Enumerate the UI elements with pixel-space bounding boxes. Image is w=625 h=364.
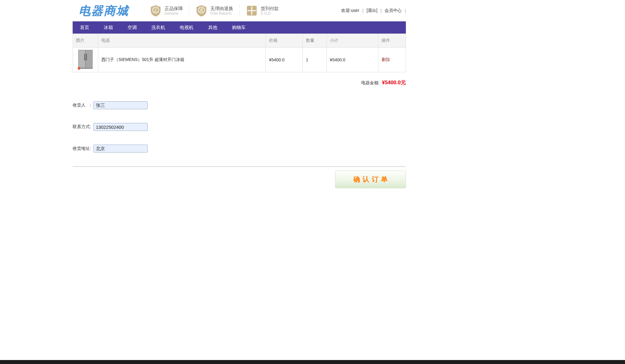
col-header-price: 价格 xyxy=(266,34,303,48)
badge-genuine: 正 正品保障 Genuine xyxy=(143,5,189,17)
badge-text: 无理由退换 Free Returns xyxy=(210,6,233,16)
nav-item-aircon[interactable]: 空调 xyxy=(120,21,144,34)
genuine-shield-icon: 正 xyxy=(150,5,162,17)
address-label: 收货地址: xyxy=(73,146,93,151)
nav-item-fridge[interactable]: 冰箱 xyxy=(96,21,120,34)
product-quantity: 1 xyxy=(303,48,327,72)
separator: | xyxy=(362,8,363,13)
shipping-form: 收货人 : 联系方式: 收货地址: xyxy=(73,101,406,153)
separator: | xyxy=(405,8,406,13)
cart-table: 图片 电器 价格 数量 小计 操作 xyxy=(73,34,406,72)
nav-item-washer[interactable]: 洗衣机 xyxy=(144,21,172,34)
col-header-product: 电器 xyxy=(98,34,266,48)
svg-text:正: 正 xyxy=(154,8,158,13)
cart-table-header-row: 图片 电器 价格 数量 小计 操作 xyxy=(73,34,406,48)
recipient-input[interactable] xyxy=(93,101,148,109)
separator: | xyxy=(381,8,382,13)
page-container: 电器商城 正 正品保障 Genuine 退 xyxy=(73,0,406,188)
badge-text: 正品保障 Genuine xyxy=(164,6,183,16)
form-row-recipient: 收货人 : xyxy=(73,101,406,109)
product-subtotal: ¥5400.0 xyxy=(327,48,378,72)
col-header-action: 操作 xyxy=(378,34,406,48)
product-image[interactable] xyxy=(76,49,95,70)
form-row-address: 收货地址: xyxy=(73,145,406,153)
trust-badges: 正 正品保障 Genuine 退 无理由退换 Free Returns xyxy=(143,5,285,17)
address-input[interactable] xyxy=(93,145,148,153)
product-price: ¥5400.0 xyxy=(266,48,303,72)
cod-parcel-icon xyxy=(246,5,258,17)
phone-input[interactable] xyxy=(93,123,148,131)
user-bar: 欢迎:user | [退出] | 会员中心 | xyxy=(341,8,406,13)
divider xyxy=(73,166,406,167)
badge-subtitle: Genuine xyxy=(164,11,183,16)
product-action-cell: 删除 xyxy=(378,48,406,72)
badge-subtitle: C.O.D xyxy=(261,11,279,16)
order-summary: 电器金额: ¥5400.0元 xyxy=(73,72,406,92)
bottom-edge-bar xyxy=(0,360,625,364)
phone-label: 联系方式: xyxy=(73,124,93,130)
product-image-cell xyxy=(73,48,98,72)
member-center-link[interactable]: 会员中心 xyxy=(385,8,402,13)
site-header: 电器商城 正 正品保障 Genuine 退 xyxy=(73,0,406,21)
form-row-phone: 联系方式: xyxy=(73,123,406,131)
badge-title: 正品保障 xyxy=(164,6,183,11)
recipient-label: 收货人 : xyxy=(73,103,93,108)
confirm-order-button[interactable]: 确认订单 xyxy=(335,171,406,188)
badge-cod: 货到付款 C.O.D xyxy=(239,5,285,17)
nav-item-home[interactable]: 首页 xyxy=(73,21,96,34)
product-name: 西门子（SIEMENS）501升 超薄对开门冰箱 xyxy=(98,48,266,72)
badge-title: 货到付款 xyxy=(261,6,279,11)
col-header-quantity: 数量 xyxy=(303,34,327,48)
nav-item-other[interactable]: 其他 xyxy=(201,21,225,34)
free-returns-shield-icon: 退 xyxy=(195,5,208,17)
site-logo[interactable]: 电器商城 xyxy=(79,3,129,19)
button-row: 确认订单 xyxy=(73,171,406,188)
badge-title: 无理由退换 xyxy=(210,6,233,11)
cart-row: 西门子（SIEMENS）501升 超薄对开门冰箱 ¥5400.0 1 ¥5400… xyxy=(73,48,406,72)
col-header-subtotal: 小计 xyxy=(327,34,378,48)
nav-item-tv[interactable]: 电视机 xyxy=(172,21,201,34)
col-header-image: 图片 xyxy=(73,34,98,48)
welcome-text: 欢迎:user xyxy=(341,8,359,13)
logout-link[interactable]: [退出] xyxy=(367,8,378,13)
badge-free-returns: 退 无理由退换 Free Returns xyxy=(189,5,239,17)
badge-text: 货到付款 C.O.D xyxy=(261,6,279,16)
svg-text:退: 退 xyxy=(200,8,204,13)
summary-label: 电器金额: xyxy=(361,80,380,85)
delete-link[interactable]: 删除 xyxy=(381,57,390,62)
main-nav: 首页 冰箱 空调 洗衣机 电视机 其他 购物车 xyxy=(73,21,406,34)
summary-amount: ¥5400.0元 xyxy=(382,80,406,85)
badge-subtitle: Free Returns xyxy=(210,11,233,16)
nav-item-cart[interactable]: 购物车 xyxy=(225,21,253,34)
